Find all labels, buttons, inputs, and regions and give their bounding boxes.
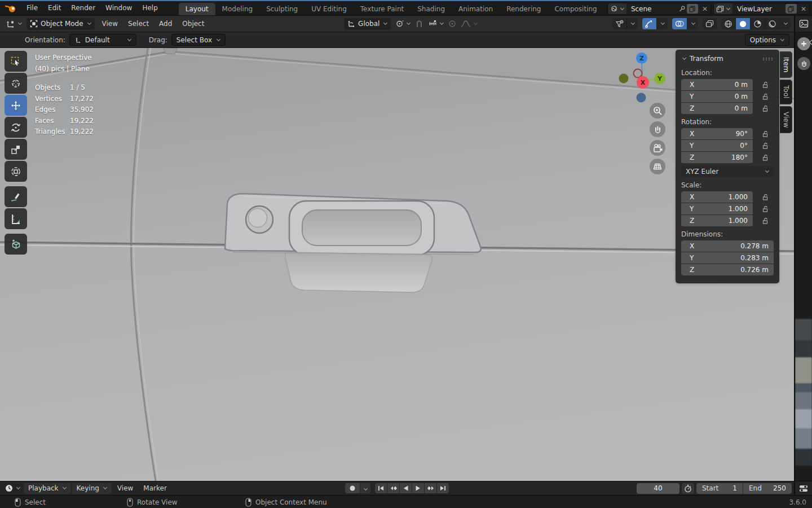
overlays-dropdown[interactable] [687, 18, 698, 29]
axis-y-ball[interactable]: Y [654, 73, 665, 84]
workspace-tab-rendering[interactable]: Rendering [500, 3, 548, 15]
tool-scale[interactable] [5, 139, 27, 160]
dimensions-x-field[interactable]: X 0.278 m [681, 240, 774, 252]
shading-material-button[interactable] [751, 18, 765, 29]
axis-neg-z-ball[interactable] [637, 93, 646, 103]
tool-cursor[interactable] [5, 73, 27, 94]
visibility-dropdown[interactable] [627, 18, 638, 29]
timeline-menu-view[interactable]: View [113, 484, 138, 492]
jump-to-start-button[interactable] [375, 483, 387, 493]
menu-add[interactable]: Add [154, 17, 177, 31]
gizmo-dropdown[interactable] [657, 18, 668, 29]
axis-navigation-gizmo[interactable]: Z Y X [616, 51, 673, 104]
sidebar-tab-view[interactable]: View [780, 106, 792, 133]
lock-icon[interactable] [761, 193, 769, 201]
workspace-tab-layout[interactable]: Layout [179, 3, 215, 15]
location-x-field[interactable]: X 0 m [681, 79, 753, 90]
use-preview-range-button[interactable] [682, 483, 694, 494]
menu-select[interactable]: Select [123, 17, 154, 31]
show-overlays-toggle[interactable] [672, 18, 687, 29]
workspace-tab-geometry-nodes[interactable]: Geometry Nodes [604, 3, 607, 15]
tool-select-box[interactable] [5, 51, 27, 72]
sidebar-tab-tool[interactable]: Tool [780, 80, 792, 104]
mode-select[interactable]: Object Mode [27, 18, 95, 30]
camera-view-button[interactable] [650, 140, 665, 156]
object-type-visibility-button[interactable] [612, 18, 627, 29]
tool-add-cube[interactable] [5, 234, 27, 255]
drag-dropdown[interactable]: Select Box [171, 34, 226, 46]
proportional-falloff-button[interactable] [458, 18, 480, 30]
play-button[interactable] [412, 483, 424, 493]
side-editor-bottom-header[interactable] [795, 481, 812, 495]
dimensions-z-field[interactable]: Z 0.726 m [681, 264, 774, 275]
side-editor-header[interactable] [795, 16, 812, 32]
pivot-point-button[interactable] [393, 18, 413, 30]
perspective-toggle-button[interactable] [650, 159, 665, 174]
lock-icon[interactable] [761, 104, 769, 112]
prev-keyframe-button[interactable] [387, 483, 399, 493]
xray-toggle[interactable] [703, 18, 717, 29]
lock-icon[interactable] [761, 142, 769, 150]
axis-z-ball[interactable]: Z [636, 52, 647, 64]
auto-keying-dropdown[interactable] [360, 483, 370, 493]
shading-wireframe-button[interactable] [721, 18, 736, 29]
workspace-tab-modeling[interactable]: Modeling [215, 3, 260, 15]
axis-neg-x-ball[interactable] [634, 69, 642, 78]
proportional-editing-button[interactable] [446, 18, 458, 30]
shading-rendered-button[interactable] [765, 18, 780, 29]
workspace-tab-texture-paint[interactable]: Texture Paint [354, 3, 411, 15]
zoom-button[interactable] [650, 103, 665, 119]
frame-start-field[interactable]: Start 1 [696, 483, 743, 494]
menu-view[interactable]: View [97, 17, 123, 31]
sidebar-tab-item[interactable]: Item [780, 51, 792, 78]
browse-viewlayer-button[interactable] [714, 3, 732, 14]
tool-annotate[interactable] [5, 186, 27, 207]
workspace-tab-shading[interactable]: Shading [411, 3, 452, 15]
timeline-menu-marker[interactable]: Marker [139, 484, 171, 492]
transform-panel-header[interactable]: Transform [681, 52, 774, 65]
snap-toggle-button[interactable] [413, 18, 426, 30]
scale-z-field[interactable]: Z 1.000 [681, 215, 753, 226]
pan-button[interactable] [650, 121, 665, 137]
menu-render[interactable]: Render [66, 1, 100, 15]
rotation-x-field[interactable]: X 90° [681, 128, 753, 139]
new-viewlayer-button[interactable] [785, 4, 797, 14]
scene-name[interactable]: Scene [626, 5, 678, 13]
viewport-canvas[interactable] [0, 48, 794, 481]
tool-rotate[interactable] [5, 117, 27, 138]
axis-x-ball[interactable]: X [637, 76, 649, 89]
collapse-chevron-left-icon[interactable] [809, 39, 812, 46]
rotation-mode-dropdown[interactable]: XYZ Euler [681, 166, 774, 177]
lock-icon[interactable] [761, 217, 769, 225]
location-z-field[interactable]: Z 0 m [681, 103, 753, 114]
new-scene-button[interactable] [687, 4, 698, 14]
menu-object[interactable]: Object [177, 17, 209, 31]
playback-dropdown[interactable]: Playback [24, 483, 71, 494]
shading-solid-button[interactable] [736, 18, 751, 29]
snap-settings-button[interactable] [426, 18, 446, 30]
play-reverse-button[interactable] [400, 483, 412, 493]
workspace-tab-animation[interactable]: Animation [452, 3, 500, 15]
close-icon[interactable]: ✕ [699, 5, 710, 13]
editor-type-button[interactable] [3, 18, 24, 30]
jump-to-end-button[interactable] [437, 483, 449, 493]
viewlayer-name[interactable]: ViewLayer [732, 5, 784, 13]
tool-measure[interactable] [5, 208, 27, 229]
panel-grip-icon[interactable] [763, 58, 774, 60]
menu-file[interactable]: File [21, 1, 43, 15]
transform-orientation-select[interactable]: Global [344, 18, 391, 30]
blender-logo[interactable] [0, 1, 21, 15]
menu-help[interactable]: Help [137, 1, 162, 15]
side-editor-content[interactable] [795, 32, 812, 481]
axis-neg-y-ball[interactable] [619, 74, 629, 84]
browse-scene-button[interactable] [608, 3, 626, 14]
pin-icon[interactable] [678, 5, 686, 13]
location-y-field[interactable]: Y 0 m [681, 91, 753, 102]
menu-edit[interactable]: Edit [43, 1, 66, 15]
lock-icon[interactable] [761, 130, 769, 138]
show-gizmo-toggle[interactable] [642, 18, 657, 29]
strip-pan-button[interactable] [797, 57, 810, 70]
tool-transform[interactable] [5, 161, 27, 182]
lock-icon[interactable] [761, 81, 769, 89]
shading-dropdown[interactable] [780, 18, 791, 29]
